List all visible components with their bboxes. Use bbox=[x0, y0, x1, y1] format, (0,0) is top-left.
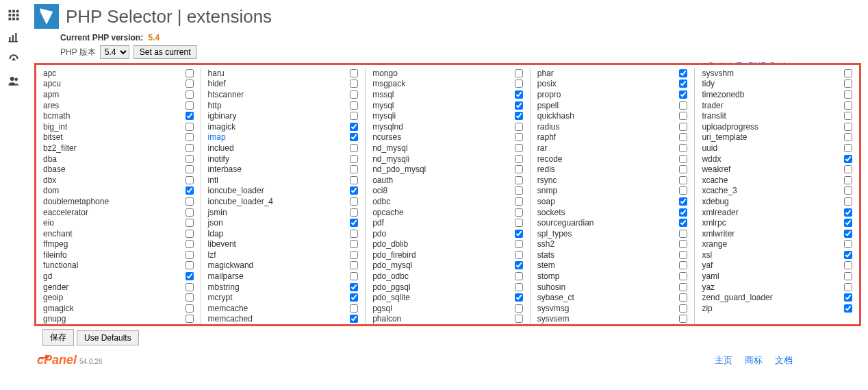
ext-label[interactable]: pspell bbox=[537, 101, 559, 110]
ext-label[interactable]: bcmath bbox=[43, 111, 70, 121]
ext-checkbox[interactable] bbox=[515, 208, 523, 217]
ext-checkbox[interactable] bbox=[186, 315, 194, 323]
ext-label[interactable]: translit bbox=[702, 111, 726, 121]
ext-checkbox[interactable] bbox=[186, 197, 194, 206]
ext-label[interactable]: inotify bbox=[208, 154, 229, 164]
ext-label[interactable]: fileinfo bbox=[43, 250, 67, 260]
ext-checkbox[interactable] bbox=[844, 176, 852, 184]
ext-checkbox[interactable] bbox=[186, 186, 194, 195]
ext-label[interactable]: big_int bbox=[43, 122, 67, 132]
ext-checkbox[interactable] bbox=[350, 176, 358, 184]
ext-checkbox[interactable] bbox=[186, 69, 194, 77]
ext-label[interactable]: sysvmsg bbox=[537, 304, 570, 313]
ext-label[interactable]: gender bbox=[43, 282, 68, 292]
ext-label[interactable]: posix bbox=[537, 79, 557, 88]
ext-checkbox[interactable] bbox=[350, 123, 358, 131]
save-button[interactable]: 保存 bbox=[42, 329, 74, 346]
ext-label[interactable]: igbinary bbox=[208, 111, 237, 121]
ext-checkbox[interactable] bbox=[350, 144, 358, 152]
ext-label[interactable]: imap bbox=[208, 132, 226, 142]
ext-checkbox[interactable] bbox=[515, 197, 523, 206]
ext-checkbox[interactable] bbox=[350, 112, 358, 120]
ext-label[interactable]: ioncube_loader_4 bbox=[208, 197, 273, 206]
ext-label[interactable]: redis bbox=[537, 164, 555, 174]
ext-checkbox[interactable] bbox=[515, 272, 523, 280]
ext-checkbox[interactable] bbox=[350, 208, 358, 217]
ext-label[interactable]: xmlreader bbox=[702, 208, 738, 217]
ext-label[interactable]: sockets bbox=[537, 208, 565, 217]
ext-checkbox[interactable] bbox=[515, 133, 523, 141]
ext-checkbox[interactable] bbox=[350, 186, 358, 195]
set-current-button[interactable]: Set as current bbox=[133, 45, 197, 59]
ext-label[interactable]: yaml bbox=[702, 271, 719, 281]
ext-checkbox[interactable] bbox=[679, 123, 687, 131]
ext-checkbox[interactable] bbox=[679, 219, 687, 227]
ext-checkbox[interactable] bbox=[186, 240, 194, 248]
ext-checkbox[interactable] bbox=[844, 69, 852, 77]
ext-checkbox[interactable] bbox=[844, 112, 852, 120]
ext-checkbox[interactable] bbox=[679, 69, 687, 77]
ext-label[interactable]: yaf bbox=[702, 260, 713, 270]
ext-label[interactable]: tidy bbox=[702, 79, 715, 88]
ext-checkbox[interactable] bbox=[186, 133, 194, 141]
ext-checkbox[interactable] bbox=[186, 283, 194, 291]
ext-label[interactable]: raphf bbox=[537, 132, 556, 142]
ext-checkbox[interactable] bbox=[186, 219, 194, 227]
ext-label[interactable]: functional bbox=[43, 260, 78, 270]
ext-label[interactable]: xdebug bbox=[702, 197, 728, 206]
ext-checkbox[interactable] bbox=[350, 283, 358, 291]
ext-checkbox[interactable] bbox=[350, 219, 358, 227]
ext-label[interactable]: memcache bbox=[208, 304, 248, 313]
ext-label[interactable]: pdo_sqlite bbox=[372, 293, 410, 302]
ext-label[interactable]: sysvsem bbox=[537, 314, 570, 324]
ext-label[interactable]: wddx bbox=[702, 154, 721, 164]
ext-label[interactable]: nd_mysql bbox=[372, 143, 407, 153]
ext-checkbox[interactable] bbox=[186, 123, 194, 131]
ext-checkbox[interactable] bbox=[515, 261, 523, 269]
ext-label[interactable]: intl bbox=[208, 175, 218, 185]
grid-icon[interactable] bbox=[0, 4, 27, 26]
ext-checkbox[interactable] bbox=[844, 272, 852, 280]
ext-label[interactable]: yaz bbox=[702, 282, 715, 292]
ext-label[interactable]: soap bbox=[537, 197, 555, 206]
ext-label[interactable]: gmagick bbox=[43, 304, 74, 313]
ext-label[interactable]: lzf bbox=[208, 250, 216, 260]
ext-label[interactable]: rsync bbox=[537, 175, 557, 185]
ext-label[interactable]: mailparse bbox=[208, 271, 244, 281]
ext-label[interactable]: stem bbox=[537, 260, 555, 270]
ext-label[interactable]: mbstring bbox=[208, 282, 240, 292]
ext-label[interactable]: pdo_dblib bbox=[372, 239, 408, 249]
ext-checkbox[interactable] bbox=[515, 69, 523, 77]
ext-label[interactable]: uploadprogress bbox=[702, 122, 758, 132]
ext-label[interactable]: interbase bbox=[208, 164, 242, 174]
ext-checkbox[interactable] bbox=[515, 251, 523, 259]
ext-checkbox[interactable] bbox=[679, 230, 687, 238]
ext-label[interactable]: timezonedb bbox=[702, 90, 744, 99]
ext-label[interactable]: mysqlnd bbox=[372, 122, 403, 132]
ext-checkbox[interactable] bbox=[679, 90, 687, 99]
ext-label[interactable]: ffmpeg bbox=[43, 239, 68, 249]
ext-label[interactable]: mongo bbox=[372, 69, 398, 78]
ext-checkbox[interactable] bbox=[186, 230, 194, 238]
users-icon[interactable] bbox=[0, 70, 27, 92]
ext-checkbox[interactable] bbox=[350, 155, 358, 163]
ext-checkbox[interactable] bbox=[679, 208, 687, 217]
ext-checkbox[interactable] bbox=[186, 90, 194, 99]
ext-label[interactable]: libevent bbox=[208, 239, 236, 249]
ext-checkbox[interactable] bbox=[844, 133, 852, 141]
ext-label[interactable]: magickwand bbox=[208, 260, 254, 270]
ext-checkbox[interactable] bbox=[679, 80, 687, 88]
ext-checkbox[interactable] bbox=[186, 251, 194, 259]
ext-checkbox[interactable] bbox=[515, 219, 523, 227]
ext-checkbox[interactable] bbox=[679, 240, 687, 248]
ext-label[interactable]: nd_pdo_mysql bbox=[372, 164, 426, 174]
ext-label[interactable]: rar bbox=[537, 143, 548, 153]
ext-checkbox[interactable] bbox=[186, 176, 194, 184]
ext-checkbox[interactable] bbox=[350, 293, 358, 302]
ext-label[interactable]: bitset bbox=[43, 132, 63, 142]
ext-label[interactable]: haru bbox=[208, 69, 225, 78]
ext-label[interactable]: sysvshm bbox=[702, 69, 734, 78]
ext-checkbox[interactable] bbox=[515, 304, 523, 313]
ext-label[interactable]: pdo_pgsql bbox=[372, 282, 410, 292]
ext-label[interactable]: trader bbox=[702, 101, 723, 110]
